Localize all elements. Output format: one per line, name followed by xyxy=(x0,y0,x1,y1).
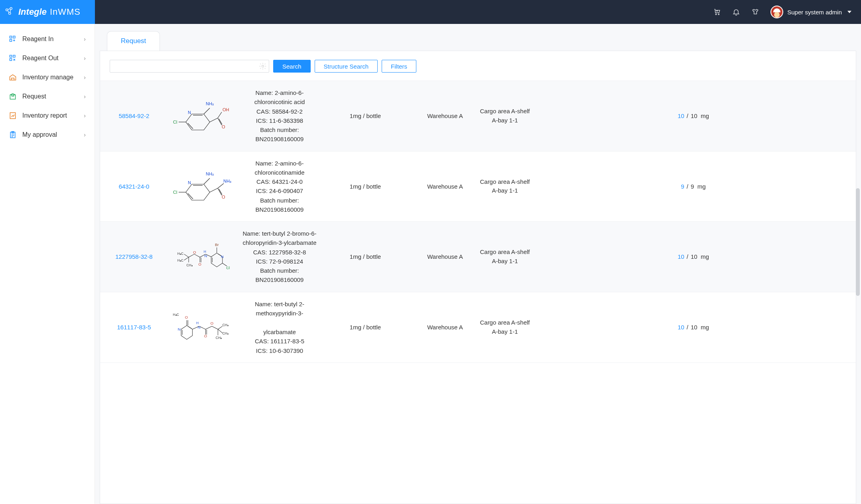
brand-sub: InWMS xyxy=(50,7,81,17)
sidebar-item-label: Inventory report xyxy=(22,112,67,119)
cas-link[interactable]: 64321-24-0 xyxy=(119,183,150,190)
scrollbar-thumb[interactable] xyxy=(856,188,860,296)
tab-strip: Request xyxy=(95,24,861,51)
brand-main: Integle xyxy=(18,7,47,17)
warehouse-label: Warehouse A xyxy=(411,112,479,120)
svg-rect-9 xyxy=(13,36,15,38)
spec-label: 1mg / bottle xyxy=(319,183,411,190)
svg-rect-14 xyxy=(10,95,15,99)
shirt-icon[interactable] xyxy=(751,8,759,16)
results-list: 58584-92-2Name: 2-amino-6-chloronicotini… xyxy=(100,81,856,504)
tab-request[interactable]: Request xyxy=(107,31,160,51)
quantity-label: 9/9 mg xyxy=(531,183,856,190)
sidebar-item-label: Reagent In xyxy=(22,35,53,43)
compound-details: Name: 2-amino-6-chloronicotinamideCAS: 6… xyxy=(240,159,319,215)
sidebar-item-request[interactable]: Request› xyxy=(0,87,95,106)
clipboard-icon xyxy=(9,131,17,139)
svg-rect-12 xyxy=(13,55,15,57)
sidebar-item-label: My approval xyxy=(22,131,57,138)
structure-image xyxy=(164,94,240,138)
cas-link[interactable]: 58584-92-2 xyxy=(119,112,150,119)
scrollbar[interactable] xyxy=(855,53,860,504)
svg-point-1 xyxy=(10,8,12,10)
svg-rect-11 xyxy=(10,55,12,57)
chevron-right-icon: › xyxy=(84,36,86,42)
sidebar-item-inventory-manage[interactable]: Inventory manage› xyxy=(0,68,95,87)
structure-image xyxy=(164,305,240,349)
filters-button[interactable]: Filters xyxy=(382,60,416,73)
quantity-label: 10/10 mg xyxy=(531,253,856,260)
grid-in-icon xyxy=(9,35,17,43)
spec-label: 1mg / bottle xyxy=(319,253,411,260)
svg-line-3 xyxy=(8,10,9,13)
cas-link[interactable]: 161117-83-5 xyxy=(117,324,151,331)
package-icon xyxy=(9,93,17,100)
spec-label: 1mg / bottle xyxy=(319,324,411,331)
content-panel: Search Structure Search Filters 58584-92… xyxy=(100,51,856,504)
search-button[interactable]: Search xyxy=(273,60,311,73)
user-label: Super system admin xyxy=(787,9,842,16)
svg-rect-13 xyxy=(10,59,12,61)
sidebar-item-label: Inventory manage xyxy=(22,74,73,81)
logo-block[interactable]: Integle InWMS xyxy=(0,0,95,24)
quantity-label: 10/10 mg xyxy=(531,112,856,119)
warehouse-label: Warehouse A xyxy=(411,252,479,261)
sidebar-item-reagent-out[interactable]: Reagent Out› xyxy=(0,49,95,68)
svg-point-18 xyxy=(262,65,264,67)
sidebar-item-label: Request xyxy=(22,93,46,100)
svg-point-6 xyxy=(716,14,717,15)
svg-line-4 xyxy=(8,9,10,10)
grid-out-icon xyxy=(9,54,17,62)
main-area: Request Search Structure Search Filters … xyxy=(95,24,861,504)
compound-details: Name: tert-butyl 2-methoxypyridin-3-ylca… xyxy=(240,299,319,355)
sidebar: Reagent In›Reagent Out›Inventory manage›… xyxy=(0,24,95,504)
molecule-icon xyxy=(5,6,16,18)
location-label: Cargo area A-shelf A-bay 1-1 xyxy=(479,107,531,125)
location-label: Cargo area A-shelf A-bay 1-1 xyxy=(479,248,531,266)
location-label: Cargo area A-shelf A-bay 1-1 xyxy=(479,177,531,195)
spec-label: 1mg / bottle xyxy=(319,112,411,119)
structure-image xyxy=(164,235,240,279)
chevron-down-icon xyxy=(847,11,851,13)
user-menu[interactable]: Super system admin xyxy=(770,6,851,18)
table-row: 161117-83-5Name: tert-butyl 2-methoxypyr… xyxy=(100,292,856,363)
warehouse-icon xyxy=(9,73,17,81)
quantity-label: 10/10 mg xyxy=(531,324,856,331)
compound-details: Name: tert-butyl 2-bromo-6-chloropyridin… xyxy=(240,229,319,285)
sidebar-item-label: Reagent Out xyxy=(22,55,59,62)
sidebar-item-inventory-report[interactable]: Inventory report› xyxy=(0,106,95,125)
sidebar-item-reagent-in[interactable]: Reagent In› xyxy=(0,30,95,49)
structure-image xyxy=(164,164,240,208)
compound-details: Name: 2-amino-6-chloronicotinic acidCAS:… xyxy=(240,88,319,144)
sidebar-item-my-approval[interactable]: My approval› xyxy=(0,125,95,144)
location-label: Cargo area A-shelf A-bay 1-1 xyxy=(479,318,531,336)
table-row: 1227958-32-8Name: tert-butyl 2-bromo-6-c… xyxy=(100,222,856,292)
app-header: Integle InWMS Super system admin xyxy=(0,0,861,24)
chevron-right-icon: › xyxy=(84,132,86,138)
chevron-right-icon: › xyxy=(84,55,86,61)
search-input[interactable] xyxy=(110,60,269,73)
search-bar: Search Structure Search Filters xyxy=(100,51,856,81)
svg-rect-10 xyxy=(10,39,12,41)
table-row: 58584-92-2Name: 2-amino-6-chloronicotini… xyxy=(100,81,856,152)
chevron-right-icon: › xyxy=(84,112,86,119)
svg-line-5 xyxy=(10,10,11,12)
cart-download-icon[interactable] xyxy=(713,8,721,16)
chevron-right-icon: › xyxy=(84,93,86,100)
chevron-right-icon: › xyxy=(84,74,86,81)
warehouse-label: Warehouse A xyxy=(411,323,479,331)
table-row: 64321-24-0Name: 2-amino-6-chloronicotina… xyxy=(100,152,856,222)
structure-search-button[interactable]: Structure Search xyxy=(315,60,378,73)
report-icon xyxy=(9,112,17,120)
gear-icon[interactable] xyxy=(259,62,267,70)
svg-point-7 xyxy=(718,14,719,15)
svg-rect-8 xyxy=(10,36,12,38)
cas-link[interactable]: 1227958-32-8 xyxy=(115,253,152,260)
bell-icon[interactable] xyxy=(732,8,740,16)
avatar-icon xyxy=(770,6,783,18)
warehouse-label: Warehouse A xyxy=(411,182,479,191)
